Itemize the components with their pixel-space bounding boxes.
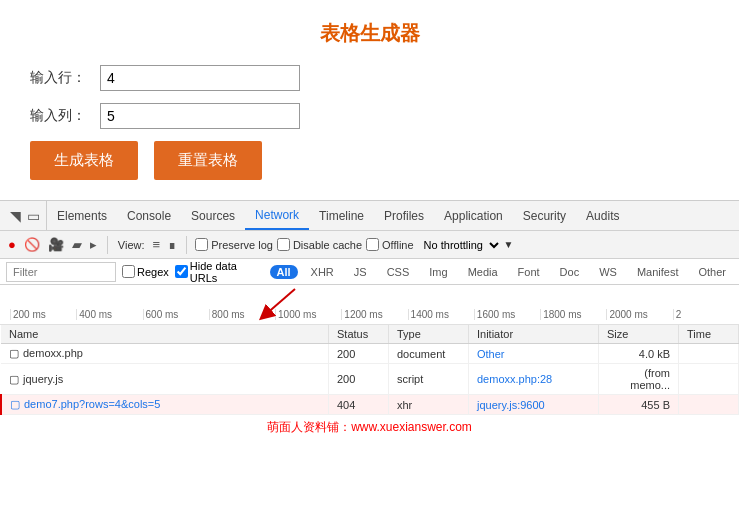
- grid-view-icon[interactable]: ∎: [168, 237, 176, 252]
- microphone-icon[interactable]: ▰: [72, 237, 82, 252]
- row-name: ▢demoxx.php: [1, 344, 329, 364]
- devtools-tabbar: ◥ ▭ Elements Console Sources Network Tim…: [0, 201, 739, 231]
- filter-tag-css[interactable]: CSS: [380, 265, 417, 279]
- row-status: 200: [329, 344, 389, 364]
- row-time: [679, 364, 739, 395]
- table-row[interactable]: ▢demo7.php?rows=4&cols=5 404 xhr jquery.…: [1, 395, 739, 415]
- tick-200: 200 ms: [10, 309, 76, 320]
- col-header-time[interactable]: Time: [679, 325, 739, 344]
- table-row[interactable]: ▢jquery.js 200 script demoxx.php:28 (fro…: [1, 364, 739, 395]
- inspect-icon[interactable]: ◥: [10, 208, 21, 224]
- hide-data-urls-checkbox[interactable]: [175, 265, 188, 278]
- row-type: xhr: [389, 395, 469, 415]
- hide-data-urls-check[interactable]: Hide data URLs: [175, 260, 264, 284]
- regex-label: Regex: [137, 266, 169, 278]
- tick-1000: 1000 ms: [275, 309, 341, 320]
- tab-console[interactable]: Console: [117, 201, 181, 230]
- row-size: (from memo...: [599, 364, 679, 395]
- offline-check[interactable]: Offline: [366, 238, 414, 251]
- throttle-down-icon: ▼: [504, 239, 514, 250]
- col-label: 输入列：: [30, 107, 100, 125]
- tick-1800: 1800 ms: [540, 309, 606, 320]
- filter-tag-other[interactable]: Other: [691, 265, 733, 279]
- watermark: 萌面人资料铺：www.xuexianswer.com: [0, 415, 739, 438]
- filter-tag-js[interactable]: JS: [347, 265, 374, 279]
- preserve-log-label: Preserve log: [211, 239, 273, 251]
- tab-audits[interactable]: Audits: [576, 201, 629, 230]
- row-time: [679, 395, 739, 415]
- tab-elements[interactable]: Elements: [47, 201, 117, 230]
- filter-tag-ws[interactable]: WS: [592, 265, 624, 279]
- tab-profiles[interactable]: Profiles: [374, 201, 434, 230]
- separator: [107, 236, 108, 254]
- generate-button[interactable]: 生成表格: [30, 141, 138, 180]
- regex-checkbox[interactable]: [122, 265, 135, 278]
- col-header-initiator[interactable]: Initiator: [469, 325, 599, 344]
- devtools-toolbar: ● 🚫 🎥 ▰ ▸ View: ≡ ∎ Preserve log Disable…: [0, 231, 739, 259]
- tick-2000: 2000 ms: [606, 309, 672, 320]
- separator2: [186, 236, 187, 254]
- tab-security[interactable]: Security: [513, 201, 576, 230]
- tab-application[interactable]: Application: [434, 201, 513, 230]
- tick-800: 800 ms: [209, 309, 275, 320]
- reset-button[interactable]: 重置表格: [154, 141, 262, 180]
- row-name: ▢jquery.js: [1, 364, 329, 395]
- filter-icon[interactable]: ▸: [90, 237, 97, 252]
- filter-tag-xhr[interactable]: XHR: [304, 265, 341, 279]
- filter-tag-all[interactable]: All: [270, 265, 298, 279]
- filter-tag-doc[interactable]: Doc: [553, 265, 587, 279]
- row-type: document: [389, 344, 469, 364]
- record-icon[interactable]: ●: [8, 237, 16, 252]
- row-label: 输入行：: [30, 69, 100, 87]
- row-status: 200: [329, 364, 389, 395]
- filter-bar: Regex Hide data URLs All XHR JS CSS Img …: [0, 259, 739, 285]
- offline-checkbox[interactable]: [366, 238, 379, 251]
- offline-label: Offline: [382, 239, 414, 251]
- col-header-size[interactable]: Size: [599, 325, 679, 344]
- row-status: 404: [329, 395, 389, 415]
- row-size: 4.0 kB: [599, 344, 679, 364]
- timeline-labels: 200 ms 400 ms 600 ms 800 ms 1000 ms 1200…: [0, 309, 739, 320]
- filter-tag-media[interactable]: Media: [461, 265, 505, 279]
- filter-input[interactable]: [6, 262, 116, 282]
- tick-600: 600 ms: [143, 309, 209, 320]
- preserve-log-check[interactable]: Preserve log: [195, 238, 273, 251]
- tab-timeline[interactable]: Timeline: [309, 201, 374, 230]
- row-size: 455 B: [599, 395, 679, 415]
- network-table-wrap: Name Status Type Initiator Size Time ▢de…: [0, 325, 739, 415]
- preserve-log-checkbox[interactable]: [195, 238, 208, 251]
- filter-tag-font[interactable]: Font: [511, 265, 547, 279]
- filter-tag-img[interactable]: Img: [422, 265, 454, 279]
- col-header-name[interactable]: Name: [1, 325, 329, 344]
- tab-network[interactable]: Network: [245, 201, 309, 230]
- tick-1600: 1600 ms: [474, 309, 540, 320]
- tick-1200: 1200 ms: [341, 309, 407, 320]
- throttle-select[interactable]: No throttling: [418, 238, 502, 252]
- col-header-type[interactable]: Type: [389, 325, 469, 344]
- hide-data-urls-label: Hide data URLs: [190, 260, 264, 284]
- col-input[interactable]: [100, 103, 300, 129]
- row-initiator: Other: [469, 344, 599, 364]
- row-initiator: jquery.js:9600: [469, 395, 599, 415]
- row-time: [679, 344, 739, 364]
- clear-icon[interactable]: 🚫: [24, 237, 40, 252]
- throttle-select-wrap: No throttling ▼: [418, 238, 514, 252]
- disable-cache-label: Disable cache: [293, 239, 362, 251]
- timeline-bar: 200 ms 400 ms 600 ms 800 ms 1000 ms 1200…: [0, 285, 739, 325]
- col-header-status[interactable]: Status: [329, 325, 389, 344]
- tick-end: 2: [673, 309, 739, 320]
- regex-check[interactable]: Regex: [122, 265, 169, 278]
- tab-sources[interactable]: Sources: [181, 201, 245, 230]
- disable-cache-check[interactable]: Disable cache: [277, 238, 362, 251]
- device-icon[interactable]: ▭: [27, 208, 40, 224]
- row-input[interactable]: [100, 65, 300, 91]
- table-row[interactable]: ▢demoxx.php 200 document Other 4.0 kB: [1, 344, 739, 364]
- tick-400: 400 ms: [76, 309, 142, 320]
- disable-cache-checkbox[interactable]: [277, 238, 290, 251]
- camera-icon[interactable]: 🎥: [48, 237, 64, 252]
- filter-tag-manifest[interactable]: Manifest: [630, 265, 686, 279]
- tick-1400: 1400 ms: [408, 309, 474, 320]
- row-checkbox-icon: ▢: [10, 398, 20, 410]
- row-checkbox-icon: ▢: [9, 373, 19, 385]
- list-view-icon[interactable]: ≡: [153, 237, 161, 252]
